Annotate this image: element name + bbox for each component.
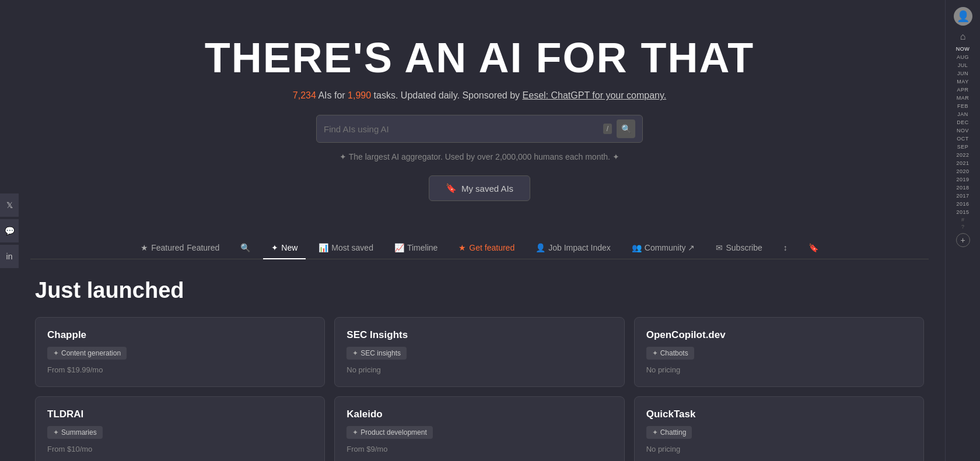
cards-grid: Chapple ✦ Content generation From $19.99… — [30, 317, 929, 461]
timeline-2016[interactable]: 2016 — [956, 200, 969, 207]
timeline-2020[interactable]: 2020 — [956, 168, 969, 175]
sponsor-link[interactable]: Eesel: ChatGPT for your company. — [523, 90, 667, 100]
card-kaleido[interactable]: Kaleido ✦ Product development From $9/mo — [334, 396, 624, 461]
subtitle-text2: tasks. Updated daily. Sponsored by — [374, 90, 523, 100]
card-title-opencopilot: OpenCopilot.dev — [646, 329, 912, 341]
linkedin-button[interactable]: in — [0, 245, 19, 268]
card-quicktask[interactable]: QuickTask ✦ Chatting No pricing — [634, 396, 924, 461]
timeline-mar[interactable]: MAR — [957, 94, 970, 101]
sparkle-icon-quicktask: ✦ — [652, 428, 658, 437]
tab-community[interactable]: 👥 Community ↗ — [624, 237, 704, 259]
timeline-jun[interactable]: JUN — [957, 70, 968, 77]
saved-btn-label: My saved AIs — [461, 184, 513, 193]
section-title: Just launched — [30, 278, 929, 303]
timeline-2015[interactable]: 2015 — [956, 209, 969, 216]
tab-featured[interactable]: ★ Featured Featured — [132, 237, 228, 259]
card-price-quicktask: No pricing — [646, 445, 912, 453]
timeline-apr[interactable]: APR — [957, 86, 968, 93]
tab-new[interactable]: ✦ New — [263, 237, 306, 259]
avatar[interactable]: 👤 — [954, 7, 972, 26]
tab-search[interactable]: 🔍 — [232, 237, 258, 259]
timeline-2017[interactable]: 2017 — [956, 192, 969, 199]
card-title-kaleido: Kaleido — [346, 409, 612, 420]
chart-icon: 📊 — [318, 243, 328, 252]
hero-section: THERE'S AN AI FOR THAT 7,234 AIs for 1,9… — [30, 23, 929, 237]
card-tag-kaleido: ✦ Product development — [346, 426, 432, 439]
timeline-now[interactable]: NOW — [956, 45, 970, 52]
card-chapple[interactable]: Chapple ✦ Content generation From $19.99… — [35, 317, 325, 387]
timeline-2019[interactable]: 2019 — [956, 176, 969, 183]
tab-get-featured[interactable]: ★ Get featured — [450, 237, 523, 259]
search-button[interactable]: 🔍 — [617, 119, 635, 138]
search-tab-icon: 🔍 — [240, 243, 250, 252]
sparkle-icon-chapple: ✦ — [53, 349, 59, 357]
timeline-nov[interactable]: NOV — [957, 127, 969, 134]
tab-most-saved[interactable]: 📊 Most saved — [310, 237, 382, 259]
card-opencopilot[interactable]: OpenCopilot.dev ✦ Chatbots No pricing — [634, 317, 924, 387]
bookmark-icon: 🔖 — [446, 183, 457, 193]
my-saved-ais-button[interactable]: 🔖 My saved AIs — [429, 175, 530, 201]
card-price-opencopilot: No pricing — [646, 365, 912, 374]
search-shortcut: / — [603, 124, 612, 134]
timeline-sep[interactable]: SEP — [957, 143, 969, 150]
timeline-jul[interactable]: JUL — [958, 62, 968, 69]
tagline: ✦ The largest AI aggregator. Used by ove… — [30, 152, 929, 161]
timeline-2018[interactable]: 2018 — [956, 184, 969, 191]
person-icon: 👤 — [536, 243, 545, 252]
subtitle-text1: AIs for — [318, 90, 348, 100]
card-price-kaleido: From $9/mo — [346, 445, 612, 453]
timeline-may[interactable]: MAY — [957, 78, 968, 85]
tab-subscribe[interactable]: ✉ Subscribe — [708, 237, 770, 259]
card-title-sec: SEC Insights — [346, 329, 612, 341]
timeline-hash[interactable]: # — [961, 217, 964, 223]
tab-bookmark[interactable]: 🔖 — [800, 237, 827, 259]
tab-timeline[interactable]: 📈 Timeline — [386, 237, 446, 259]
card-tag-tldrai: ✦ Summaries — [47, 426, 103, 439]
card-price-tldrai: From $10/mo — [47, 445, 313, 453]
search-container: / 🔍 — [30, 115, 929, 143]
timeline-2022[interactable]: 2022 — [956, 152, 969, 159]
search-input[interactable] — [324, 124, 603, 134]
card-tag-opencopilot: ✦ Chatbots — [646, 347, 694, 360]
timeline-jan[interactable]: JAN — [957, 111, 968, 118]
tab-sort[interactable]: ↕ — [775, 237, 796, 259]
sparkle-icon-kaleido: ✦ — [352, 428, 358, 437]
timeline-question[interactable]: ? — [961, 224, 964, 230]
timeline-feb[interactable]: FEB — [957, 103, 968, 110]
ai-count: 7,234 — [293, 90, 316, 100]
card-tag-sec: ✦ SEC insights — [346, 347, 407, 360]
card-title-quicktask: QuickTask — [646, 409, 912, 420]
sparkle-icon: ✦ — [271, 243, 278, 252]
hero-title: THERE'S AN AI FOR THAT — [30, 35, 929, 81]
orange-star-icon: ★ — [459, 243, 466, 252]
home-icon[interactable]: ⌂ — [960, 31, 966, 42]
social-sidebar: 𝕏 💬 in — [0, 193, 19, 268]
nav-tabs: ★ Featured Featured 🔍 ✦ New 📊 Most saved… — [30, 237, 929, 259]
tab-job-impact[interactable]: 👤 Job Impact Index — [527, 237, 619, 259]
card-title-chapple: Chapple — [47, 329, 313, 341]
sparkle-icon-opencopilot: ✦ — [652, 349, 658, 357]
trend-icon: 📈 — [394, 243, 404, 252]
timeline-sidebar: 👤 ⌂ NOW AUG JUL JUN MAY APR MAR FEB JAN … — [945, 0, 980, 461]
card-sec-insights[interactable]: SEC Insights ✦ SEC insights No pricing — [334, 317, 624, 387]
card-price-chapple: From $19.99/mo — [47, 365, 313, 374]
timeline-oct[interactable]: OCT — [957, 135, 969, 142]
card-tldrai[interactable]: TLDRAI ✦ Summaries From $10/mo — [35, 396, 325, 461]
timeline-dec[interactable]: DEC — [957, 119, 969, 126]
card-tag-chapple: ✦ Content generation — [47, 347, 127, 360]
main-content: THERE'S AN AI FOR THAT 7,234 AIs for 1,9… — [19, 0, 940, 461]
card-price-sec: No pricing — [346, 365, 612, 374]
add-button[interactable]: + — [956, 233, 970, 247]
sparkle-icon-sec: ✦ — [352, 349, 358, 357]
card-tag-quicktask: ✦ Chatting — [646, 426, 692, 439]
nav-bookmark-icon: 🔖 — [808, 243, 818, 252]
timeline-aug[interactable]: AUG — [957, 54, 969, 61]
star-icon: ★ — [141, 243, 148, 252]
tasks-count: 1,990 — [348, 90, 371, 100]
twitter-button[interactable]: 𝕏 — [0, 193, 19, 217]
sort-icon: ↕ — [783, 243, 788, 252]
saved-btn-container: 🔖 My saved AIs — [30, 175, 929, 201]
timeline-2021[interactable]: 2021 — [956, 160, 969, 167]
discord-button[interactable]: 💬 — [0, 219, 19, 242]
hero-subtitle: 7,234 AIs for 1,990 tasks. Updated daily… — [30, 90, 929, 101]
